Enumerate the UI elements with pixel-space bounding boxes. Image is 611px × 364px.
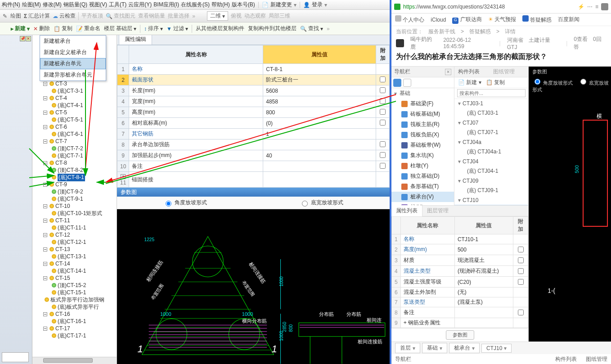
nav-item[interactable]: 基础梁(F) (391, 99, 454, 109)
menu-new-zct[interactable]: 新建桩承台 (40, 36, 106, 47)
btn-filter[interactable]: ▼ 过滤 ▾ (166, 25, 188, 32)
ctype-item[interactable]: (底) CTJ03-1 (454, 108, 528, 118)
ctype-item[interactable]: (底) CTJ09-1 (454, 185, 528, 196)
prop-row[interactable]: 5高度(mm)800 (117, 107, 390, 118)
tree-node[interactable]: (底)CT-5-1 (32, 116, 117, 123)
ctype-item[interactable]: (底) CTJ04a-1 (454, 147, 528, 157)
ctype-item[interactable]: (底) CTJ04-1 (454, 166, 528, 176)
tree-node[interactable]: (底)CT-15-1 (32, 289, 117, 296)
ctype-group[interactable]: ▾CTJ07 (454, 118, 528, 127)
wb-prop-row[interactable]: 3材质现浇混凝土 (392, 255, 528, 266)
prop-row[interactable]: 10备注 (117, 161, 390, 172)
bm-baidu[interactable]: 百度新闻 (558, 16, 580, 23)
nav-item[interactable]: 筏板主筋(R) (391, 119, 454, 130)
tree-node[interactable]: CT-8 (32, 159, 117, 166)
ft-nav[interactable]: 导航栏 (395, 355, 411, 363)
seg-cat[interactable]: 基础▾ (422, 343, 447, 353)
nav-item[interactable]: 砖板基础(M) (391, 109, 454, 119)
wb-prop-row[interactable]: 4混凝土类型(现浇碎石混凝土) (392, 266, 528, 277)
btn-copy-to-floor[interactable]: 复制构件到其他楼层 (248, 25, 297, 32)
tool-orbit[interactable]: 动态观察 (244, 12, 266, 20)
nav-item[interactable]: 基础板带(W) (391, 140, 454, 150)
tree-node[interactable]: (底)CT-9-1 (32, 195, 117, 202)
close-icon[interactable]: ✕ (26, 36, 31, 41)
bm-dyjh[interactable]: 答疑解惑 (522, 15, 552, 24)
tree-node[interactable]: CT-13 (32, 246, 117, 253)
menu-icon[interactable]: ≡ (595, 4, 598, 10)
menu-login[interactable]: 登录 (312, 1, 323, 9)
ctype-group[interactable]: ▾CTJ09 (454, 176, 528, 185)
menu-st[interactable]: 视图(V) (89, 1, 107, 9)
ctype-search-input[interactable] (457, 89, 526, 97)
tree-node[interactable]: 板式异形平行边加强钢 (32, 296, 117, 303)
ft-clist[interactable]: 构件列表 (555, 355, 577, 363)
ctype-group[interactable]: ▾CTJ04 (454, 157, 528, 166)
btn-new[interactable]: ▸ 新建 ▾ (11, 25, 30, 32)
dock-slot[interactable] (2, 352, 29, 362)
breadcrumb-bar[interactable]: 首层▾ 基础▾ 桩承台▾ CTJ10▾ (391, 342, 611, 354)
tab-layer-mgr[interactable]: 图层管理 (422, 205, 453, 216)
tree-node[interactable]: CT-3 (32, 80, 117, 87)
tool-flat[interactable]: 平齐板顶 (81, 12, 103, 20)
address-bar[interactable]: https://www.fwxgx.com/questions/3243148 … (391, 0, 611, 13)
tree-node[interactable]: CT-6 (32, 123, 117, 130)
bm-gld[interactable]: G 广联达商 (452, 16, 481, 24)
tree-node[interactable]: (底)CT-4-1 (32, 102, 117, 109)
tree-node[interactable]: CT-9 (32, 181, 117, 188)
ctype-tree[interactable]: ▾CTJ03-1(底) CTJ03-1▾CTJ07(底) CTJ07-1▾CTJ… (454, 99, 528, 205)
tab-ctype-list[interactable]: 构件列表 (458, 68, 480, 76)
bm-personal[interactable]: 个人中心 (395, 15, 424, 24)
prop-row[interactable]: 1名称CT-8-1 (117, 64, 390, 75)
bookmarks-bar[interactable]: 个人中心 iCloud G 广联达商 ☀ 天气预报 答疑解惑 百度新闻 (391, 13, 611, 26)
seg-type[interactable]: 桩承台▾ (449, 343, 480, 353)
tool-cloud-check[interactable]: ☁云检查 (53, 12, 76, 20)
prop-row[interactable]: 8承台单边加强筋 (117, 139, 390, 150)
ctype-group[interactable]: ▾CTJ03-1 (454, 99, 528, 108)
tool-local3d[interactable]: 局部三维 (269, 12, 290, 20)
nav-mode-tabs[interactable] (391, 77, 454, 88)
nav-item[interactable]: 柱墩(Y) (391, 161, 454, 171)
ctype-item[interactable]: (底) CTJ07-1 (454, 127, 528, 138)
tree-node[interactable]: (底)CT-11-1 (32, 224, 117, 231)
menu-zx[interactable]: 在线服务(S) (181, 1, 210, 9)
btn-rename[interactable]: 📝 重命名 (76, 25, 100, 32)
tree-node[interactable]: CT-10 (32, 202, 117, 210)
tool-batch-sel[interactable]: 批量选择 (168, 12, 189, 20)
tree-node[interactable]: (底)CT-16-1 (32, 318, 117, 325)
combo-floor[interactable]: 楼层 基础层 ▾ (104, 25, 136, 32)
nav-item[interactable]: 条形基础(T) (391, 181, 454, 192)
prop-row[interactable]: 3长度(mm)5608 (117, 85, 390, 96)
nav-item[interactable]: 桩承台(V) (391, 192, 454, 202)
nav-item[interactable]: 筏板负筋(X) (391, 130, 454, 140)
btn-param-diagram[interactable]: 参数图 (446, 330, 474, 340)
tree-node[interactable]: CT-4 (32, 94, 117, 102)
lightning-icon[interactable]: ⚡ (578, 4, 584, 10)
seg-floor[interactable]: 首层▾ (395, 343, 420, 353)
combo-dim[interactable]: 二维 ▾ (207, 11, 228, 21)
wb-prop-row[interactable]: 9+ 钢筋业务属性 (392, 318, 528, 328)
tree-node[interactable]: CT-15 (32, 274, 117, 282)
menu-bz[interactable]: 帮助(H) (211, 1, 230, 9)
tool-find-ele[interactable]: 🔍查找图元 (106, 12, 135, 20)
prop-row[interactable]: 7其它钢筋1 (117, 129, 390, 139)
radio-width-slope[interactable]: 底宽放坡形式 (300, 199, 343, 207)
tree-node[interactable]: CT-16 (32, 310, 117, 318)
prop-row[interactable]: + 11锚固搭接 (117, 172, 390, 188)
tree-node[interactable]: (底)CT-13-1 (32, 253, 117, 260)
tab-prop-edit[interactable]: 属性编辑 (119, 35, 152, 45)
wb-prop-row[interactable]: 7泵送类型(混凝土泵) (392, 297, 528, 307)
tree-node[interactable]: (顶)CT-9-2 (32, 188, 117, 195)
menu-gj2[interactable]: 工具(T) (109, 1, 126, 9)
btn-del[interactable]: ✕ 删除 (33, 25, 50, 32)
menu-xg[interactable]: 修改(M) (43, 1, 62, 9)
menu-yy[interactable]: 云应用(Y) (128, 1, 152, 9)
radio-angle-slope[interactable]: 角度放坡形式 (163, 199, 207, 207)
wb-prop-row[interactable]: 2高度(mm)500 (392, 244, 528, 255)
tree-node[interactable]: CT-12 (32, 231, 117, 238)
tree-hscroll[interactable] (32, 357, 117, 364)
menubar[interactable]: 构件(N) 绘图(M) 修改(M) 钢筋量(Q) 视图(V) 工具(T) 云应用… (0, 0, 390, 10)
menu-new-zdy-zct[interactable]: 新建自定义桩承台 (40, 47, 106, 58)
tab-prop-list[interactable]: 属性列表 (391, 205, 422, 216)
nav-mode-list[interactable] (393, 79, 401, 87)
pin-icon[interactable]: 📌 (20, 36, 25, 41)
